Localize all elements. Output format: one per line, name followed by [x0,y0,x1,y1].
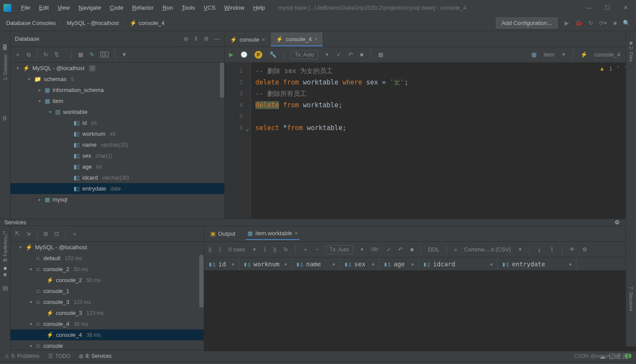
structure-stripe-label[interactable]: 7: Structure [629,286,634,311]
settings-icon[interactable]: ⚙ [582,246,587,253]
tree-row[interactable]: ▾▦item [11,95,224,106]
refresh-icon[interactable]: ↻ [43,51,48,58]
upload-icon[interactable]: ⭱ [549,246,555,253]
scrollbar-thumb[interactable] [220,63,224,98]
submit-icon[interactable]: DB↑ [371,247,380,252]
database-stripe-label[interactable]: 1: Database [3,54,8,80]
close-icon[interactable]: × [314,36,318,42]
close-icon[interactable]: ✕ [623,4,628,11]
history-icon[interactable]: 🕘 [240,51,247,58]
menu-edit[interactable]: Edit [35,3,53,13]
services-tab[interactable]: ◎8: Services [79,353,111,359]
search-icon[interactable]: 🔍 [623,20,630,26]
tree-row[interactable]: ▾⊂console_438 ms [11,318,204,329]
todo-tab[interactable]: ☰TODO [48,353,70,359]
grid-body[interactable] [204,271,636,351]
prev-page-icon[interactable]: ⟨ [219,246,221,253]
menu-navigate[interactable]: Navigate [74,3,105,13]
more-icon[interactable]: » [454,246,457,253]
commit-icon[interactable]: ✓ [386,246,391,253]
tree-row[interactable]: ⊂default152 ms [11,253,204,264]
stop-icon[interactable]: ■ [360,51,364,58]
filter-icon[interactable]: ⊡ [54,230,59,237]
menu-help[interactable]: Help [249,3,269,13]
revert-icon[interactable]: ↶ [398,246,403,253]
prev-highlight-icon[interactable]: ˄ [617,65,620,72]
close-icon[interactable]: × [295,230,298,237]
scrollbar-thumb[interactable] [199,255,204,307]
tx-icon[interactable]: Tx [3,230,7,237]
crumb-connection[interactable]: MySQL - @localhost [67,20,119,26]
tree-row[interactable]: ▾⚡MySQL - @localhost5 [11,63,224,74]
crumb-console[interactable]: console_4 [138,20,164,26]
warning-icon[interactable]: ▲ [599,65,605,72]
tree-row[interactable]: ▾⚡MySQL - @localhost [11,242,204,253]
problems-tab[interactable]: ⚠6: Problems [4,353,39,359]
tree-row[interactable]: ▮▯idint [11,117,224,128]
menu-file[interactable]: File [17,3,35,13]
crumb-db-consoles[interactable]: Database Consoles [6,20,56,26]
tree-row[interactable]: ▮▯ageint [11,161,224,172]
database-stripe-icon[interactable]: 🗄 [2,44,8,51]
group-icon[interactable]: ⊞ [43,230,48,237]
files-stripe-label[interactable]: 2: Files [629,46,634,62]
table-icon[interactable]: ▦ [78,51,83,58]
minimize-icon[interactable]: — [586,4,592,11]
next-page-icon[interactable]: ⟩ [264,246,266,253]
menu-vcs[interactable]: VCS [199,3,220,13]
collapse-icon[interactable]: ⇲ [26,230,31,237]
expand-icon[interactable]: ⇱ [15,230,20,237]
context-schema[interactable]: item [544,51,555,58]
filter-icon[interactable]: ▼ [121,51,127,58]
tree-row[interactable]: ▸▦mysql [11,194,224,205]
collapse-icon[interactable]: ⇕ [194,35,198,42]
export-format[interactable]: Comma-...d (CSV) [464,246,511,253]
files-stripe-icon[interactable]: ≡ [629,40,633,46]
build-icon[interactable]: ⟳▾ [599,20,607,26]
bug-icon[interactable]: 🐞 [575,20,582,26]
duplicate-icon[interactable]: ⧉ [27,51,31,58]
row-count[interactable]: 0 rows [228,246,245,253]
tx-mode-select[interactable]: Tx: Auto [291,50,318,59]
column-sex[interactable]: ▮▯ sex◆ [340,258,379,270]
tree-row[interactable]: ▮▯entrydatedate [11,183,224,194]
favorites-label[interactable]: 2: Favorites [3,237,8,262]
tree-row[interactable]: ⚡console_250 ms [11,275,204,286]
services-tree[interactable]: ▾⚡MySQL - @localhost⊂default152 ms▾⊂cons… [11,242,204,351]
hide-icon[interactable]: — [214,35,220,42]
result-tab[interactable]: ▦ item.worktable × [246,227,300,240]
wrench-icon[interactable]: 🔧 [269,51,276,58]
maximize-icon[interactable]: ☐ [605,4,610,11]
column-id[interactable]: ▮▯ id◆ [204,258,239,270]
reload-icon[interactable]: ↻ [283,246,288,253]
tree-row[interactable]: ▾⊂console_250 ms [11,264,204,275]
column-entrydate[interactable]: ▮▯ entrydate◆ [498,258,576,270]
plan-icon[interactable]: P [254,51,262,59]
tree-row[interactable]: ▾📁schemas5 [11,74,224,85]
ql-icon[interactable]: QL [100,52,109,57]
tree-row[interactable]: ⚡console_3123 ms [11,307,204,318]
gear-icon[interactable]: ⚙ [615,219,620,226]
menu-refactor[interactable]: Refactor [128,3,158,13]
star-icon[interactable]: ★ [3,265,8,272]
remove-row-icon[interactable]: − [315,246,319,253]
tree-row[interactable]: ▮▯idcardvarchar(30) [11,172,224,183]
view-icon[interactable]: ▦ [378,51,383,58]
add-row-icon[interactable]: ＋ [303,246,308,254]
menu-tools[interactable]: Tools [177,3,199,13]
add-icon[interactable]: ＋ [72,230,78,238]
first-page-icon[interactable]: |⟨ [208,246,212,253]
eye-icon[interactable]: 👁 [569,246,575,253]
column-worknum[interactable]: ▮▯ worknum◆ [239,258,292,270]
edit-icon[interactable]: ✎ [89,51,94,58]
new-icon[interactable]: ＋ [15,51,21,59]
execute-icon[interactable]: ▶ [229,51,233,58]
gear-icon[interactable]: ⚙ [204,35,209,42]
database-tree[interactable]: ▾⚡MySQL - @localhost5▾📁schemas5▸▦informa… [11,63,224,219]
output-tab[interactable]: ▣ Output [208,228,237,240]
tree-row[interactable]: ▸▦information_schema [11,85,224,95]
tree-row[interactable]: ⚡console_438 ms [11,329,204,340]
tab-console-4[interactable]: ⚡ console_4 × [271,32,323,46]
code-area[interactable]: -- 删除 sex 为女的员工delete from worktable whe… [251,63,636,219]
stop-icon[interactable]: ■ [4,271,7,278]
